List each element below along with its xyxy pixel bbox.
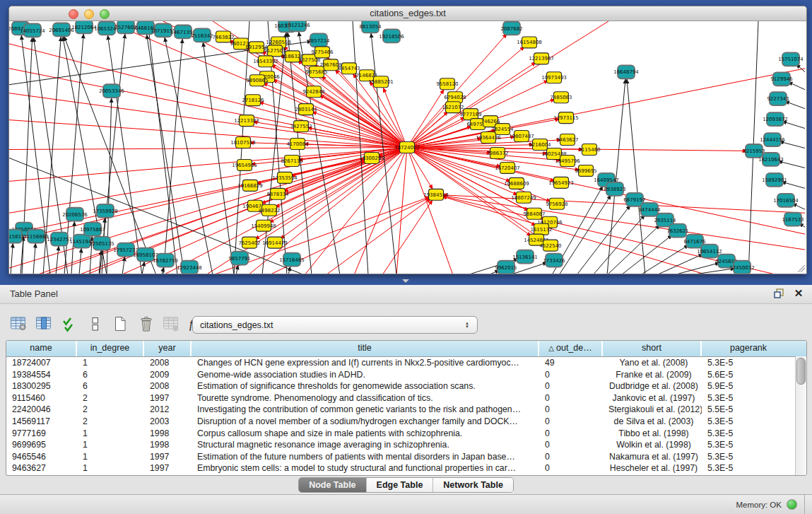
graph-node[interactable]: 20691406 [49,23,74,36]
graph-node[interactable]: 1527602 [114,21,136,33]
graph-node[interactable]: 19218506 [379,29,404,42]
graph-node[interactable]: 9884067 [523,208,545,219]
graph-node[interactable]: 15892901 [762,173,787,187]
select-all-button[interactable] [59,315,79,334]
network-window-titlebar[interactable]: citations_edges.txt [9,6,806,21]
graph-node[interactable]: 15136141 [512,250,538,264]
scrollbar-thumb[interactable] [796,358,806,385]
panel-splitter-handle[interactable] [402,279,409,283]
table-settings-button[interactable] [8,315,28,334]
deselect-rows-button[interactable] [85,315,105,334]
delete-columns-button[interactable] [136,315,155,334]
graph-node[interactable]: 9227343 [767,92,789,105]
graph-node[interactable]: 16154808 [517,37,542,48]
graph-node[interactable]: 15751074 [778,52,804,66]
graph-node[interactable]: 8215953 [743,144,765,158]
graph-node[interactable]: 8267130 [281,155,302,166]
tab-node-table[interactable]: Node Table [299,478,365,492]
table-selector[interactable]: citations_edges.txt ▲▼ [192,316,478,334]
graph-node[interactable]: 12444156 [760,133,785,146]
table-row[interactable]: 1938455462009Genome-wide association stu… [6,369,806,381]
table-row[interactable]: 946554611997Estimation of the future num… [6,451,806,463]
graph-node[interactable]: 15716485 [279,253,305,267]
graph-node[interactable]: 1733426 [543,254,565,267]
graph-node[interactable]: 9756928 [546,198,567,209]
graph-node[interactable]: 18212064 [71,21,97,33]
graph-node[interactable]: 19654985 [232,159,257,170]
graph-node[interactable]: 3427552 [290,121,312,132]
graph-node[interactable]: 12505135 [89,237,114,250]
graph-node[interactable]: 9857791 [228,252,250,265]
tab-edge-table[interactable]: Edge Table [366,478,433,492]
graph-node[interactable]: 7986372 [486,148,508,159]
column-header-name[interactable]: name [6,341,77,356]
graph-node[interactable]: 20206576 [62,208,88,221]
column-header-short[interactable]: short [603,341,702,356]
column-header-title[interactable]: title [192,341,539,356]
column-header-pagerank[interactable]: pagerank [702,341,795,356]
table-row[interactable]: 911546021997Tourette syndrome. Phenomeno… [6,392,806,404]
graph-node[interactable]: 2087682 [500,21,522,35]
network-graph[interactable]: 2089774414055724206914061821206410653247… [9,21,806,274]
table-row[interactable]: 977716911998Corpus callosum shape and si… [6,428,806,440]
close-panel-icon[interactable]: ✕ [792,287,805,300]
column-header-out_de[interactable]: △out_de… [539,341,603,356]
graph-node[interactable]: 10975887 [80,223,105,236]
graph-node[interactable]: 12213967 [529,53,554,64]
graph-node[interactable]: 9875685 [305,66,327,78]
graph-node[interactable]: 8813054 [359,21,382,33]
resize-grip-icon[interactable] [798,265,805,272]
column-header-year[interactable]: year [144,341,192,356]
graph-node[interactable]: 7857214 [307,33,330,47]
graph-node[interactable]: 2803144 [295,104,317,115]
graph-node[interactable]: 9962015 [495,261,517,274]
graph-node[interactable]: 16782759 [153,254,178,267]
graph-node[interactable]: 4522540 [539,240,561,251]
graph-node[interactable]: 17359928 [93,204,118,218]
graph-node[interactable]: 2718126 [242,95,264,106]
column-visibility-button[interactable] [34,315,54,334]
graph-node[interactable]: 9275466 [311,47,333,58]
graph-node[interactable]: 9699695 [575,165,596,176]
graph-node[interactable]: 11156869 [23,230,49,243]
graph-node[interactable]: 10688609 [504,177,529,189]
graph-node[interactable]: 18107554 [230,137,256,148]
graph-node[interactable]: 1167533 [782,213,804,226]
graph-node[interactable]: 16543392 [253,56,278,67]
graph-node[interactable]: 9242848 [302,86,324,98]
table-row[interactable]: 1456911722003Disruption of a novel membe… [6,416,806,428]
graph-node[interactable]: 9558120 [436,78,458,90]
graph-node[interactable]: 20053346 [99,84,124,98]
table-row[interactable]: 969969511998Structural magnetic resonanc… [6,439,806,451]
tab-network-table[interactable]: Network Table [433,478,513,492]
graph-node[interactable]: 7625402 [238,237,260,248]
graph-node[interactable]: 14055724 [20,23,45,37]
graph-node[interactable]: 3915811 [9,230,25,243]
float-panel-icon[interactable] [772,287,785,300]
new-column-button[interactable] [110,315,130,334]
graph-node[interactable]: 7516342 [191,28,213,42]
graph-node[interactable]: 15409948 [251,220,276,231]
graph-node[interactable]: 12923448 [177,261,202,274]
table-row[interactable]: 1830029562008Estimation of significance … [6,380,806,392]
graph-node[interactable]: 12342757 [47,233,72,246]
table-row[interactable]: 1872400712008Changes of HCN gene express… [6,357,806,369]
graph-node[interactable]: 9129946 [770,72,792,86]
graph-node[interactable]: 9463627 [556,134,578,146]
table-scrollbar[interactable] [795,356,806,475]
table-row[interactable]: 946362711997Embryonic stem cells: a mode… [6,462,806,474]
column-header-in_degree[interactable]: in_degree [77,341,144,356]
graph-node[interactable]: 16648794 [613,65,639,78]
graph-node[interactable]: 7632621 [666,224,688,238]
graph-node[interactable]: 8938923 [604,182,625,196]
graph-node[interactable]: 12450012 [729,261,755,274]
graph-node[interactable]: 16210643 [758,153,784,166]
graph-node[interactable]: 4498222 [258,204,280,216]
table-row[interactable]: 2242004622012Investigating the contribut… [6,404,806,416]
graph-node[interactable]: 1615132 [530,223,552,235]
graph-node[interactable]: 15720407 [495,162,520,173]
network-canvas[interactable]: 2089774414055724206914061821206410653247… [9,21,806,274]
graph-node[interactable]: 12093872 [763,112,788,126]
graph-node[interactable]: 7485063 [550,92,572,103]
graph-node[interactable]: 9890865 [246,75,268,86]
